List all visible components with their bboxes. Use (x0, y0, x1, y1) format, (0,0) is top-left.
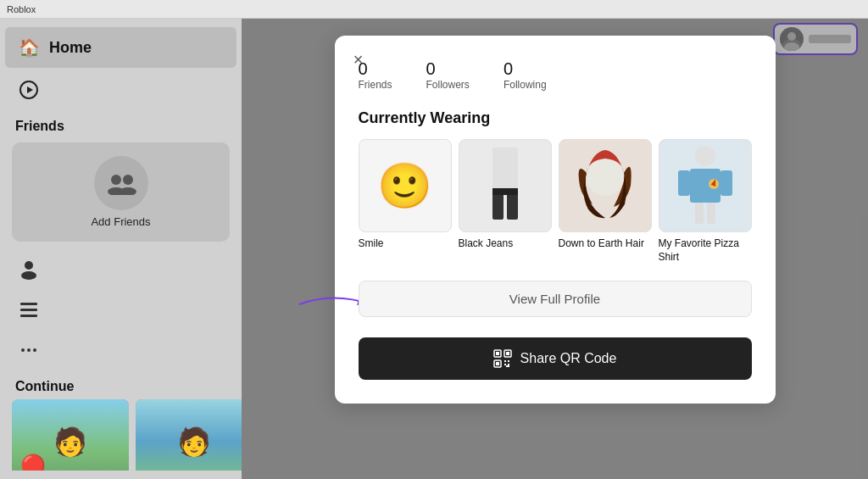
avatar-icon (15, 255, 42, 282)
add-friends-card[interactable]: Add Friends (12, 142, 230, 242)
game-thumb-arabic: 🧑 (136, 399, 242, 471)
svg-rect-39 (504, 364, 506, 365)
svg-rect-8 (20, 303, 37, 305)
view-full-profile-button[interactable]: View Full Profile (359, 281, 752, 317)
continue-games: 🧑 🔴 Blade Ball 👍 94% 👤 66.2K 🧑 رت ا (0, 399, 242, 471)
item-card-black-jeans[interactable]: Black Jeans (459, 139, 552, 264)
svg-point-7 (21, 271, 36, 280)
svg-rect-9 (20, 309, 37, 311)
item-name-black-jeans: Black Jeans (459, 237, 552, 251)
game-card-bladeball[interactable]: 🧑 🔴 Blade Ball 👍 94% 👤 66.2K (12, 399, 129, 471)
item-thumb-jeans (459, 139, 552, 232)
catalog-icon (15, 296, 42, 323)
item-thumb-smile: 🙂 (359, 139, 452, 232)
item-name-hair: Down to Earth Hair (559, 237, 652, 251)
discover-icon (15, 76, 42, 103)
profile-modal: × 0 Friends 0 Followers 0 Following (335, 36, 776, 404)
add-friends-label: Add Friends (91, 215, 150, 228)
svg-rect-24 (678, 170, 690, 196)
svg-point-21 (587, 159, 624, 196)
sidebar-item-more[interactable] (5, 330, 236, 370)
items-grid: 🙂 Smile (359, 139, 752, 264)
sidebar-item-home[interactable]: 🏠 Home (5, 27, 236, 68)
more-icon (15, 337, 42, 364)
qr-icon (493, 349, 512, 368)
sidebar-item-avatar[interactable] (5, 248, 236, 289)
add-friends-icon (94, 156, 148, 210)
svg-rect-27 (707, 203, 715, 224)
item-card-hair[interactable]: Down to Earth Hair (559, 139, 652, 264)
item-thumb-shirt (659, 139, 752, 232)
home-label: Home (49, 39, 92, 57)
svg-point-5 (120, 187, 136, 195)
sidebar-nav: 🏠 Home (0, 27, 242, 110)
svg-rect-41 (506, 365, 509, 367)
svg-rect-10 (20, 315, 37, 317)
stat-followers: 0 Followers (426, 59, 470, 91)
friends-section-title: Friends (0, 110, 242, 139)
game-card-arabic[interactable]: 🧑 رت العرب 👍 79% (136, 399, 242, 471)
svg-rect-25 (721, 170, 732, 196)
svg-rect-38 (508, 360, 509, 362)
svg-rect-20 (492, 188, 518, 195)
share-qr-button[interactable]: Share QR Code (359, 337, 752, 380)
item-name-smile: Smile (359, 237, 452, 251)
modal-overlay: × 0 Friends 0 Followers 0 Following (242, 19, 868, 479)
game-thumb-bladeball: 🧑 🔴 (12, 399, 129, 471)
view-profile-container: View Full Profile (359, 281, 752, 327)
svg-point-2 (111, 175, 121, 185)
item-name-pizza-shirt: My Favorite Pizza Shirt (659, 237, 752, 264)
followers-count: 0 (426, 59, 436, 79)
svg-point-22 (695, 146, 715, 166)
svg-rect-36 (496, 362, 499, 365)
item-thumb-hair (559, 139, 652, 232)
friends-label: Friends (359, 79, 392, 91)
item-card-smile[interactable]: 🙂 Smile (359, 139, 452, 264)
svg-point-11 (21, 348, 25, 352)
home-icon: 🏠 (15, 34, 42, 61)
continue-section-title: Continue (0, 370, 242, 399)
svg-point-4 (123, 175, 133, 185)
svg-point-12 (27, 348, 31, 352)
svg-rect-26 (695, 203, 704, 224)
main-content: × 0 Friends 0 Followers 0 Following (242, 19, 868, 479)
followers-label: Followers (426, 79, 470, 91)
sidebar-item-discover[interactable] (5, 70, 236, 110)
currently-wearing-title: Currently Wearing (359, 109, 752, 127)
svg-point-13 (33, 348, 36, 352)
svg-rect-34 (506, 352, 509, 355)
svg-point-6 (25, 261, 33, 270)
svg-rect-37 (504, 360, 506, 362)
stats-row: 0 Friends 0 Followers 0 Following (359, 56, 752, 91)
svg-marker-1 (27, 86, 33, 93)
sidebar-item-catalog[interactable] (5, 289, 236, 330)
item-card-pizza-shirt[interactable]: My Favorite Pizza Shirt (659, 139, 752, 264)
title-bar: Roblox (0, 0, 868, 19)
following-count: 0 (504, 59, 513, 79)
modal-close-button[interactable]: × (347, 47, 370, 71)
sidebar: 🏠 Home Friends (0, 19, 242, 479)
svg-rect-17 (492, 148, 518, 190)
app-title: Roblox (7, 4, 36, 14)
stat-following: 0 Following (504, 59, 547, 91)
svg-rect-32 (496, 352, 499, 355)
following-label: Following (504, 79, 547, 91)
